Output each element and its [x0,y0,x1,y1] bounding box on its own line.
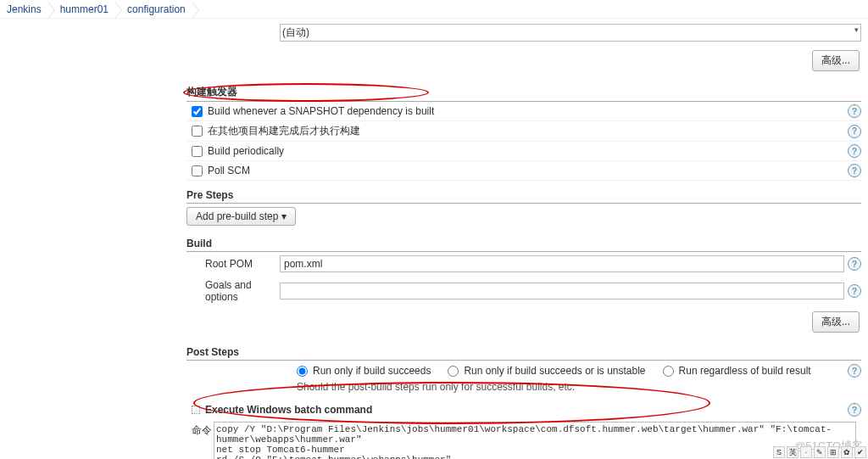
goals-input[interactable] [280,283,844,299]
lbl-after-other: 在其他项目构建完成后才执行构建 [208,124,844,138]
help-icon[interactable]: ? [848,257,861,271]
breadcrumb: Jenkins hummer01 configuration [0,0,868,19]
help-icon[interactable]: ? [848,125,861,138]
chk-after-other[interactable] [192,126,203,137]
advanced-button-1[interactable]: 高级... [812,50,860,71]
batch-command-textarea[interactable] [214,422,856,459]
breadcrumb-job[interactable]: hummer01 [57,2,115,17]
chk-pollscm[interactable] [192,165,203,176]
help-icon[interactable]: ? [848,403,861,417]
exec-batch-title: Execute Windows batch command [205,404,372,416]
help-icon[interactable]: ? [848,144,861,158]
config-form: (自动) 高级... 构建触发器 Build whenever a SNAPSH… [186,19,861,459]
poststeps-title: Post Steps [186,343,861,361]
cmd-label: 命令 [192,422,214,438]
ime-tray: S英·✎⊞✿✔ [773,445,866,459]
advanced-button-2[interactable]: 高级... [812,311,860,333]
lbl-periodic: Build periodically [208,145,844,157]
help-icon[interactable]: ? [848,364,861,378]
help-icon[interactable]: ? [848,164,861,177]
lbl-radio-regardless: Run regardless of build result [679,365,811,377]
root-pom-input[interactable] [280,255,844,272]
poststeps-note: Should the post-build steps run only for… [186,379,861,398]
lbl-radio-unstable: Run only if build succeeds or is unstabl… [464,365,645,377]
help-icon[interactable]: ? [848,104,861,118]
root-pom-label: Root POM [186,258,280,270]
add-prebuild-step-button[interactable]: Add pre-build step ▾ [186,207,296,226]
radio-regardless[interactable] [663,366,674,377]
triggers-title: 构建触发器 [186,81,861,102]
chk-periodic[interactable] [192,146,203,157]
help-icon[interactable]: ? [848,284,861,298]
breadcrumb-jenkins[interactable]: Jenkins [3,2,48,17]
lbl-snapshot: Build whenever a SNAPSHOT dependency is … [208,105,844,117]
radio-succeeds[interactable] [297,366,308,377]
build-title: Build [186,234,861,252]
breadcrumb-config[interactable]: configuration [124,2,192,17]
lbl-radio-succeeds: Run only if build succeeds [313,365,431,377]
jdk-select[interactable]: (自动) [280,24,861,42]
radio-unstable[interactable] [448,366,459,377]
goals-label: Goals and options [186,279,280,303]
chk-snapshot[interactable] [192,106,203,117]
presteps-title: Pre Steps [186,186,861,204]
lbl-pollscm: Poll SCM [208,165,844,176]
drag-handle-icon[interactable] [192,406,200,414]
